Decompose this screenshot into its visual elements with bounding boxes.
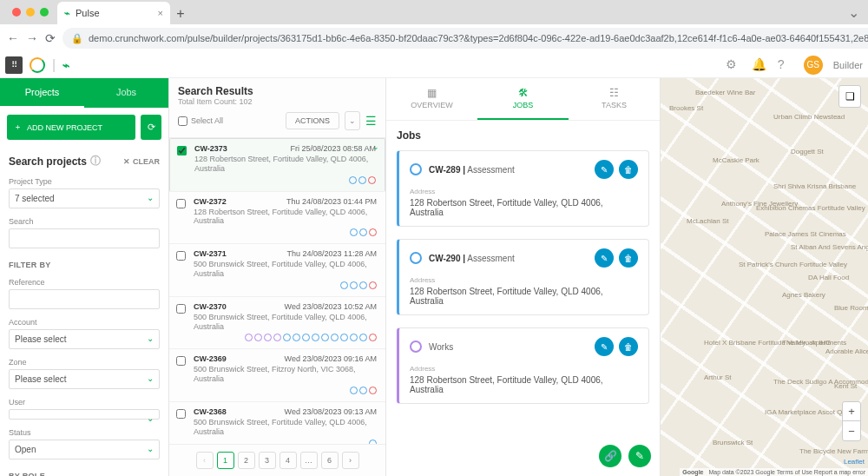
actions-caret[interactable]: ⌄ [345,111,360,130]
back-button[interactable]: ← [7,30,19,47]
map-poi: Brookes St [669,104,703,112]
result-address: 128 Robertson Street, Fortitude Valley, … [194,155,376,174]
job-card[interactable]: CW-289 | Assessment ✎ 🗑 Address 128 Robe… [397,150,649,227]
page-number[interactable]: 4 [279,452,297,469]
result-time: Wed 23/08/2023 09:13 AM [285,407,377,416]
search-input[interactable] [9,228,160,248]
job-card[interactable]: Works ✎ 🗑 Address 128 Robertson Street, … [397,327,649,404]
browser-chrome: ⌁ Pulse × + ⌄ ← → ⟳ 🔒 demo.crunchwork.co… [0,0,868,52]
info-icon[interactable]: ⓘ [90,154,101,169]
result-checkbox[interactable] [177,146,187,155]
page-number[interactable]: 6 [321,452,339,469]
status-select[interactable]: Open [9,440,160,459]
status-ring-icon [410,163,422,175]
map-poi: Blue Room Cinebar [834,304,868,312]
page-number[interactable]: 3 [259,452,276,469]
close-icon[interactable]: × [158,8,163,18]
delete-job-button[interactable]: 🗑 [619,248,638,268]
delete-job-button[interactable]: 🗑 [619,160,638,179]
clear-button[interactable]: ✕ CLEAR [123,157,160,166]
map[interactable]: Baedeker Wine BarBrookes StUrban Climb N… [660,78,868,476]
page-number[interactable]: … [300,452,318,469]
window-controls[interactable] [3,8,57,17]
tab-projects[interactable]: Projects [0,78,84,108]
status-dot [340,281,348,289]
result-item[interactable]: CW-2371 Thu 24/08/2023 11:28 AM 500 Brun… [169,244,385,297]
result-checkbox[interactable] [176,409,186,419]
tab-favicon: ⌁ [64,8,70,19]
tab-jobs[interactable]: Jobs [84,78,168,108]
map-attribution: GoogleMap data ©2023 Google Terms of Use… [680,468,868,476]
chevron-down-icon[interactable]: ⌄ [839,4,868,21]
search-results-panel: Search Results Total Item Count: 102 Sel… [169,78,386,476]
result-item[interactable]: CW-2369 Wed 23/08/2023 09:16 AM 500 Brun… [169,349,385,402]
status-dot [359,334,367,341]
layers-button[interactable]: ❏ [838,85,861,108]
zone-select[interactable]: Please select [9,369,160,389]
reload-button[interactable]: ⟳ [45,30,56,47]
delete-job-button[interactable]: 🗑 [619,337,638,356]
link-button[interactable]: 🔗 [599,445,621,467]
result-checkbox[interactable] [176,356,186,366]
tab-tasks[interactable]: ☷TASKS [569,78,660,120]
result-time: Thu 24/08/2023 01:44 PM [286,197,377,206]
page-number[interactable]: 1 [217,452,234,469]
result-checkbox[interactable] [176,199,186,208]
detail-panel: ▦OVERVIEW 🛠JOBS ☷TASKS Jobs CW-289 | Ass… [386,78,660,476]
edit-button[interactable]: ✎ [628,445,651,467]
status-ring-icon [410,340,422,353]
result-time: Fri 25/08/2023 08:58 AM [290,144,376,153]
result-item[interactable]: CW-2372 Thu 24/08/2023 01:44 PM 128 Robe… [169,192,385,245]
refresh-button[interactable]: ⟳ [141,115,161,140]
map-poi: Adorable Alice Homewares [825,347,868,355]
edit-job-button[interactable]: ✎ [595,337,614,356]
reference-input[interactable] [9,289,160,309]
apps-grid-icon[interactable]: ⠿ [5,56,23,74]
map-poi: St Alban And Sevens Anglican Church [791,243,868,251]
browser-tab[interactable]: ⌁ Pulse × [57,2,170,24]
result-checkbox[interactable] [176,304,186,314]
status-dot [302,334,310,341]
status-dot [359,281,367,289]
help-icon[interactable]: ? [778,57,793,73]
user-select[interactable] [9,409,160,420]
result-item[interactable]: CW-2370 Wed 23/08/2023 10:52 AM 500 Brun… [169,297,385,350]
result-id: CW-2368 [194,407,227,416]
result-item[interactable]: CW-2368 Wed 23/08/2023 09:13 AM 500 Brun… [169,402,385,444]
gear-icon[interactable]: ⚙ [726,57,741,73]
page-prev[interactable]: ‹ [196,452,214,469]
job-address: 128 Robertson Street, Fortitude Valley, … [410,287,638,306]
bell-icon[interactable]: 🔔 [752,57,767,73]
status-dot [312,334,319,341]
tab-overview[interactable]: ▦OVERVIEW [386,78,477,120]
leaflet-attrib: Leaflet [844,458,865,466]
edit-job-button[interactable]: ✎ [595,248,614,268]
job-address: 128 Robertson Street, Fortitude Valley, … [410,375,638,394]
zoom-out-button[interactable]: − [843,421,860,440]
account-select[interactable]: Please select [9,329,160,349]
result-item[interactable]: CW-2373 Fri 25/08/2023 08:58 AM 128 Robe… [169,138,385,192]
page-next[interactable]: › [342,452,359,469]
result-id: CW-2373 [194,144,227,153]
add-new-project-button[interactable]: ＋ ADD NEW PROJECT [7,115,135,140]
edit-job-button[interactable]: ✎ [595,160,614,179]
new-tab-button[interactable]: + [170,3,191,24]
actions-button[interactable]: ACTIONS [286,112,339,129]
user-avatar[interactable]: GS [804,56,823,75]
tab-jobs-detail[interactable]: 🛠JOBS [477,78,569,120]
address-bar[interactable]: 🔒 demo.crunchwork.com/pulse/builder/proj… [62,28,868,49]
result-checkbox[interactable] [176,251,186,261]
zoom-in-button[interactable]: + [843,402,860,421]
result-time: Thu 24/08/2023 11:28 AM [286,249,377,258]
label-zone: Zone [9,358,160,367]
status-dot [340,334,348,341]
map-poi: McCaskie Park [713,156,760,164]
select-all[interactable]: Select All [178,116,223,126]
list-view-toggle[interactable]: ☰ [365,114,377,128]
pulse-logo: ⌁ [62,58,69,72]
job-card[interactable]: CW-290 | Assessment ✎ 🗑 Address 128 Robe… [397,239,649,315]
forward-button[interactable]: → [26,30,38,47]
project-type-select[interactable]: 7 selected [9,188,160,208]
page-number[interactable]: 2 [238,452,255,469]
status-dot [349,176,357,184]
